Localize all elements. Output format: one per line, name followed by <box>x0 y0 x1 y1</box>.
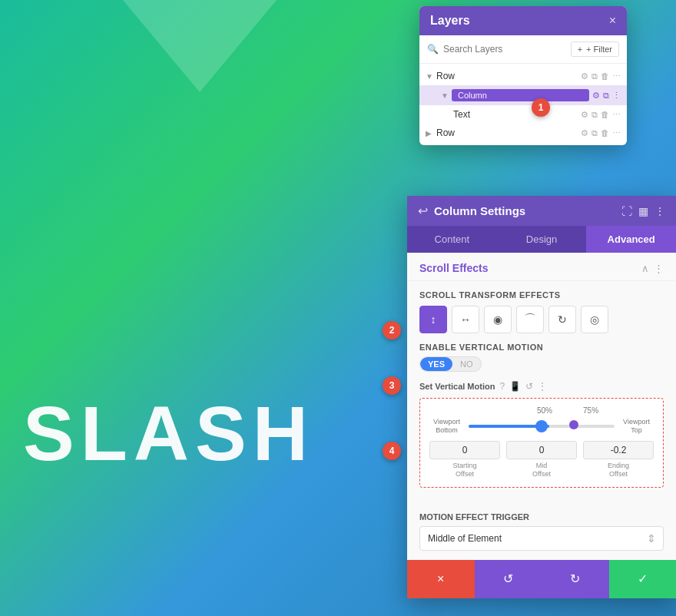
layer-icons: ⚙ ⧉ 🗑 ⋯ <box>581 71 621 81</box>
slider-thumb-main[interactable] <box>535 420 548 432</box>
mid-offset-input[interactable] <box>506 441 577 459</box>
duplicate-icon[interactable]: ⧉ <box>603 91 609 101</box>
back-arrow-icon[interactable]: ↩ <box>418 204 428 218</box>
layer-row-row1[interactable]: ▼ Row ⚙ ⧉ 🗑 ⋯ <box>419 67 627 85</box>
layer-row-column[interactable]: ▼ Column ⚙ ⧉ ⋮ <box>419 85 627 105</box>
pct-50-label: 50% <box>537 406 552 415</box>
settings-panel: ↩ Column Settings ⛶ ▦ ⋮ Content Design A… <box>407 196 676 598</box>
undo-icon[interactable]: ↺ <box>525 381 533 392</box>
more-icon[interactable]: ⋮ <box>612 91 621 101</box>
toggle-no-label: NO <box>452 357 481 371</box>
layer-label: Row <box>436 71 581 81</box>
mid-offset-field: MidOffset <box>506 441 577 479</box>
slider-pct-labels: 50% 75% <box>429 406 654 415</box>
action-bar: × ↺ ↻ ✓ <box>407 560 676 598</box>
tab-content[interactable]: Content <box>407 226 497 253</box>
delete-icon[interactable]: 🗑 <box>601 128 609 137</box>
more-section-icon[interactable]: ⋮ <box>654 263 664 274</box>
chevron-down-icon[interactable]: ▼ <box>441 91 452 100</box>
section-title: Scroll Effects <box>419 262 488 274</box>
duplicate-icon[interactable]: ⧉ <box>592 128 598 138</box>
settings-header-left: ↩ Column Settings <box>418 204 525 218</box>
scale-btn[interactable]: ◎ <box>581 306 608 333</box>
duplicate-icon[interactable]: ⧉ <box>592 71 598 81</box>
horizontal-motion-btn[interactable]: ↔ <box>452 306 479 333</box>
ending-offset-input[interactable] <box>583 441 654 459</box>
fullscreen-icon[interactable]: ⛶ <box>621 205 632 217</box>
chevron-right-icon[interactable]: ▶ <box>426 129 436 137</box>
section-header-icons: ∧ ⋮ <box>641 263 664 274</box>
collapse-icon[interactable]: ∧ <box>641 263 649 274</box>
rotate-btn[interactable]: ↻ <box>548 306 576 333</box>
slider-thumb-secondary[interactable] <box>569 420 578 429</box>
layer-row-row2[interactable]: ▶ Row ⚙ ⧉ 🗑 ⋯ <box>419 124 627 142</box>
effects-icons-row: ↕ ↔ ◉ ⌒ ↻ ◎ <box>419 306 664 333</box>
blur-btn[interactable]: ⌒ <box>516 306 544 333</box>
chevron-down-icon[interactable]: ▼ <box>426 72 436 81</box>
settings-icon[interactable]: ⚙ <box>581 128 588 138</box>
starting-offset-input[interactable] <box>429 441 500 459</box>
layer-icons: ⚙ ⧉ 🗑 ⋯ <box>581 110 621 120</box>
confirm-button[interactable]: ✓ <box>609 560 677 598</box>
duplicate-icon[interactable]: ⧉ <box>592 110 598 120</box>
chevron-v-shape <box>123 0 277 92</box>
redo-button[interactable]: ↻ <box>542 560 609 598</box>
cancel-button[interactable]: × <box>407 560 475 598</box>
layer-icons: ⚙ ⧉ ⋮ <box>592 91 621 101</box>
scale-icon: ◎ <box>590 313 599 326</box>
badge-2: 2 <box>383 321 401 339</box>
layers-panel: Layers × 🔍 + + Filter ▼ Row ⚙ ⧉ 🗑 ⋯ ▼ Co… <box>419 6 627 145</box>
more-options-icon[interactable]: ⋮ <box>654 205 665 217</box>
settings-icon[interactable]: ⚙ <box>592 91 600 101</box>
badge-3: 3 <box>383 376 401 395</box>
layer-icons: ⚙ ⧉ 🗑 ⋯ <box>581 128 621 138</box>
layers-close-button[interactable]: × <box>609 14 616 28</box>
settings-icon[interactable]: ⚙ <box>581 71 588 81</box>
reset-button[interactable]: ↺ <box>475 560 542 598</box>
ending-offset-label: EndingOffset <box>583 462 654 479</box>
layers-tree: ▼ Row ⚙ ⧉ 🗑 ⋯ ▼ Column ⚙ ⧉ ⋮ Text ⚙ ⧉ <box>419 64 627 145</box>
confirm-icon: ✓ <box>638 571 648 586</box>
more-icon[interactable]: ⋯ <box>612 71 621 81</box>
viewport-top-label: Viewport Top <box>619 418 654 435</box>
filter-button[interactable]: + + Filter <box>571 41 619 57</box>
rotate-icon: ↻ <box>558 313 567 326</box>
delete-icon[interactable]: 🗑 <box>601 110 609 119</box>
layer-row-text[interactable]: Text ⚙ ⧉ 🗑 ⋯ <box>419 105 627 124</box>
vertical-motion-btn[interactable]: ↕ <box>419 306 447 333</box>
settings-header: ↩ Column Settings ⛶ ▦ ⋮ <box>407 196 676 226</box>
slider-track[interactable] <box>469 425 615 428</box>
vertical-motion-toggle[interactable]: YES NO <box>419 356 482 372</box>
layers-search-input[interactable] <box>443 44 566 55</box>
reset-icon: ↺ <box>503 571 513 586</box>
redo-icon: ↻ <box>570 571 580 586</box>
more-icon[interactable]: ⋯ <box>612 128 621 138</box>
scroll-effects-section-header: Scroll Effects ∧ ⋮ <box>407 253 676 281</box>
badge-1: 1 <box>532 98 550 117</box>
layers-search-bar: 🔍 + + Filter <box>419 35 627 64</box>
motion-trigger-select[interactable]: Middle of Element Top of Element Bottom … <box>419 526 664 551</box>
layer-label-active: Column <box>452 89 589 101</box>
trigger-select-wrapper: Middle of Element Top of Element Bottom … <box>419 526 664 551</box>
filter-plus-icon: + <box>578 45 582 54</box>
mobile-icon[interactable]: 📱 <box>509 381 521 392</box>
help-icon[interactable]: ? <box>499 381 505 392</box>
settings-title: Column Settings <box>434 204 525 217</box>
tab-design[interactable]: Design <box>497 226 587 253</box>
more-motion-icon[interactable]: ⋮ <box>538 381 547 392</box>
delete-icon[interactable]: 🗑 <box>601 71 609 81</box>
layers-title: Layers <box>430 14 470 28</box>
viewport-bottom-label: Viewport Bottom <box>429 418 464 435</box>
slash-logo-text: SLASH <box>23 389 314 478</box>
fade-icon: ◉ <box>493 313 502 326</box>
fade-btn[interactable]: ◉ <box>484 306 512 333</box>
settings-header-icons: ⛶ ▦ ⋮ <box>621 205 665 217</box>
svg-marker-0 <box>123 0 277 92</box>
more-icon[interactable]: ⋯ <box>612 110 621 120</box>
tab-advanced[interactable]: Advanced <box>586 226 676 253</box>
settings-icon[interactable]: ⚙ <box>581 110 588 120</box>
cancel-icon: × <box>437 572 444 586</box>
grid-icon[interactable]: ▦ <box>638 205 648 217</box>
ending-offset-field: EndingOffset <box>583 441 654 479</box>
motion-header: Set Vertical Motion ? 📱 ↺ ⋮ <box>419 381 664 392</box>
